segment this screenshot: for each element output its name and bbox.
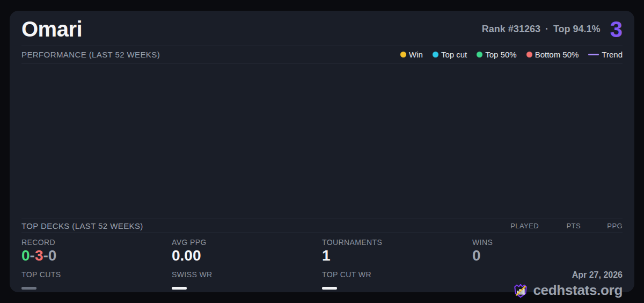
brand-text: cedhstats.org xyxy=(533,282,623,299)
stat-tournaments-label: TOURNAMENTS xyxy=(322,238,472,247)
legend-item-win: Win xyxy=(400,50,423,59)
brand-link[interactable]: cedhstats.org xyxy=(513,282,623,299)
record-losses: 3 xyxy=(35,247,43,264)
trend-line-icon xyxy=(588,54,599,55)
performance-header: PERFORMANCE (LAST 52 WEEKS) Win Top cut … xyxy=(21,46,623,63)
stat-wins-value: 0 xyxy=(472,247,623,264)
top-decks-columns: PLAYED PTS PPG xyxy=(497,222,623,230)
record-sep: - xyxy=(43,247,48,264)
stat-tournaments: TOURNAMENTS 1 xyxy=(322,233,472,265)
page-title: Omari xyxy=(21,17,82,41)
stats-summary: RECORD 0-3-0 AVG PPG 0.00 TOURNAMENTS 1 … xyxy=(21,233,623,292)
stat-tournaments-value: 1 xyxy=(322,247,472,264)
rank-text: Rank #31263 xyxy=(482,24,540,35)
performance-title: PERFORMANCE (LAST 52 WEEKS) xyxy=(21,50,160,59)
stat-swiss-wr-label: SWISS WR xyxy=(172,270,322,279)
stat-avg-ppg-label: AVG PPG xyxy=(172,238,322,247)
column-header-played: PLAYED xyxy=(497,222,539,230)
stat-avg-ppg-value: 0.00 xyxy=(172,247,322,264)
legend-label: Bottom 50% xyxy=(535,50,579,59)
stat-avg-ppg: AVG PPG 0.00 xyxy=(172,233,322,265)
win-dot-icon xyxy=(400,52,406,57)
top-decks-header: TOP DECKS (LAST 52 WEEKS) PLAYED PTS PPG xyxy=(21,219,623,233)
top-cut-dot-icon xyxy=(433,52,438,57)
top-cut-wr-empty-value xyxy=(322,287,337,290)
stat-top-cut-wr: TOP CUT WR xyxy=(322,265,472,292)
legend-item-top-50: Top 50% xyxy=(477,50,516,59)
legend-label: Top 50% xyxy=(485,50,516,59)
stat-top-cuts-label: TOP CUTS xyxy=(21,270,172,279)
swiss-wr-empty-value xyxy=(172,287,187,290)
top-50-dot-icon xyxy=(477,52,482,57)
legend-label: Trend xyxy=(602,50,623,59)
score-badge: 3 xyxy=(610,18,623,41)
top-decks-title: TOP DECKS (LAST 52 WEEKS) xyxy=(21,221,143,230)
legend-item-top-cut: Top cut xyxy=(433,50,467,59)
card-header: Omari Rank #31263 · Top 94.1% 3 xyxy=(21,11,623,46)
header-rank-area: Rank #31263 · Top 94.1% 3 xyxy=(482,18,623,41)
legend-item-bottom-50: Bottom 50% xyxy=(526,50,579,59)
record-draws: 0 xyxy=(48,247,57,264)
stat-top-cut-wr-label: TOP CUT WR xyxy=(322,270,472,279)
stat-record-label: RECORD xyxy=(21,238,172,247)
record-sep: - xyxy=(30,247,35,264)
top-cuts-empty-value xyxy=(21,287,36,290)
legend-item-trend: Trend xyxy=(588,50,623,59)
stat-wins: WINS 0 xyxy=(472,233,623,265)
legend-label: Win xyxy=(409,50,423,59)
column-header-pts: PTS xyxy=(539,222,581,230)
card-footer: Apr 27, 2026 cedhstats.org xyxy=(472,265,623,292)
rank-separator: · xyxy=(545,24,548,35)
stat-wins-label: WINS xyxy=(472,238,623,247)
cedhstats-logo-icon xyxy=(513,283,529,299)
bottom-50-dot-icon xyxy=(526,52,532,57)
rank-line: Rank #31263 · Top 94.1% xyxy=(482,24,601,35)
chart-legend: Win Top cut Top 50% Bottom 50% Trend xyxy=(400,50,623,59)
record-wins: 0 xyxy=(21,247,30,264)
stat-top-cuts: TOP CUTS xyxy=(21,265,172,292)
stat-record: RECORD 0-3-0 xyxy=(21,233,172,265)
stat-record-value: 0-3-0 xyxy=(21,247,172,264)
player-stats-card: Omari Rank #31263 · Top 94.1% 3 PERFORMA… xyxy=(10,11,634,292)
top-percent-text: Top 94.1% xyxy=(553,24,601,35)
performance-chart-canvas xyxy=(21,63,623,219)
stat-swiss-wr: SWISS WR xyxy=(172,265,322,292)
column-header-ppg: PPG xyxy=(581,222,623,230)
legend-label: Top cut xyxy=(441,50,467,59)
snapshot-date: Apr 27, 2026 xyxy=(572,270,623,280)
